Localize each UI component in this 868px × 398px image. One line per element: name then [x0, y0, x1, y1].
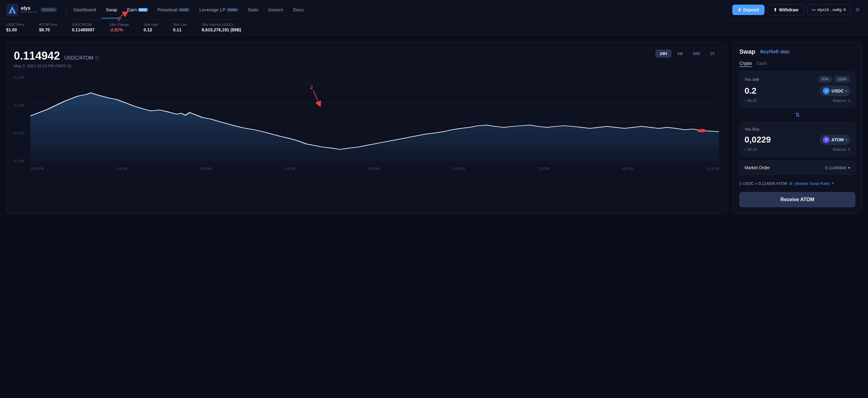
- elys-logo: [6, 4, 19, 16]
- perpetual-soon-badge: Soon: [179, 8, 190, 12]
- chart-info-icon[interactable]: ⓘ: [95, 56, 99, 61]
- logout-icon: ⎋: [856, 6, 859, 12]
- buy-label: You Buy: [745, 127, 759, 131]
- header: elys NETWORK TESTNET Dashboard Swap Earn…: [0, 0, 868, 20]
- market-order-chevron[interactable]: ▾: [848, 165, 850, 170]
- ticker-24hr-low-value: 0.11: [173, 27, 187, 32]
- buy-token-name: ATOM: [832, 137, 844, 142]
- chart-price: 0.114942: [14, 50, 60, 62]
- chart-area: 0.1209 0.1166 0.1141 0.1116: [14, 73, 719, 178]
- withdraw-label: Withdraw: [779, 7, 798, 12]
- testnet-badge: TESTNET: [41, 8, 57, 12]
- atom-token-icon: ⚛: [823, 136, 830, 143]
- buysell-label: Buy/Sell: [760, 49, 778, 54]
- chart-x-3: 6:15 AM: [284, 167, 296, 171]
- sell-100pct-button[interactable]: 100%: [834, 76, 850, 83]
- chart-x-7: 4:51 PM: [622, 167, 633, 171]
- ticker-usdc-atom-label: USDC/ATOM: [72, 23, 95, 26]
- swap-switch[interactable]: ⇅: [739, 112, 856, 118]
- buysell-soon-badge: Soon: [780, 50, 790, 54]
- buy-box: You Buy 0,0229 ⚛ ATOM ▾ ≈ $0.19 Balance:…: [739, 122, 856, 156]
- buy-balance-value: 0: [848, 147, 850, 152]
- subtab-crypto[interactable]: Crypto: [739, 61, 752, 67]
- main-content: 0.114942 USDC/ATOM ⓘ May 2, 2024 10:13 P…: [0, 36, 868, 220]
- timeframe-30d[interactable]: 30D: [688, 50, 704, 58]
- ticker-24hr-change-label: 24hr Change: [110, 23, 129, 26]
- chart-y-label-3: 0.1141: [14, 131, 29, 135]
- market-order-row: Market Order 0.11486848 ▾: [739, 161, 856, 175]
- chart-x-labels: 10:15 PM 1:01 AM 3:35 AM 6:15 AM 8:50 AM…: [14, 167, 719, 171]
- deposit-label: Deposit: [743, 7, 759, 12]
- nav-item-stats[interactable]: Stats: [244, 5, 262, 15]
- swap-tab-buysell[interactable]: Buy/Sell Soon: [760, 49, 790, 55]
- chart-x-4: 8:50 AM: [368, 167, 379, 171]
- sell-usd-value: ≈ $0.20: [745, 99, 757, 103]
- wallet-button[interactable]: ▭ elys16...vw8g ⧉: [807, 4, 850, 15]
- ticker-24hr-high-value: 0.12: [144, 27, 158, 32]
- ticker-atom-price: ATOM Price $8.70: [39, 23, 57, 32]
- subtab-cash[interactable]: Cash: [757, 61, 767, 67]
- chart-x-1: 1:01 AM: [116, 167, 127, 171]
- nav-item-perpetual[interactable]: Perpetual Soon: [153, 5, 194, 15]
- sell-token-selector[interactable]: $ USDC ▾: [820, 86, 850, 96]
- chart-panel: 0.114942 USDC/ATOM ⓘ May 2, 2024 10:13 P…: [6, 42, 727, 214]
- wallet-icon: ▭: [812, 7, 815, 12]
- swap-tabs-top: Buy/Sell Soon: [760, 49, 790, 55]
- ticker-24hr-low-label: 24hr Low: [173, 23, 187, 26]
- swap-title: Swap: [739, 48, 755, 55]
- chart-x-6: 2:15 PM: [537, 167, 549, 171]
- rate-text: 1 USDC = 0.114856 ATOM: [739, 181, 787, 186]
- ticker-atom-price-label: ATOM Price: [39, 23, 57, 26]
- main-nav: Dashboard Swap Earn New Perpetual Soon L…: [69, 5, 732, 15]
- ticker-atom-price-value: $8.70: [39, 27, 57, 32]
- ticker-24hr-low: 24hr Low 0.11: [173, 23, 187, 32]
- swap-subtabs: Crypto Cash: [739, 61, 856, 67]
- chart-x-5: 11:35 AM: [452, 167, 465, 171]
- ticker-24hr-high: 24hr High 0.12: [144, 23, 158, 32]
- logout-button[interactable]: ⎋: [854, 4, 862, 16]
- chart-y-label-2: 0.1166: [14, 103, 29, 107]
- rate-market-label[interactable]: (Market Swap Rate): [795, 181, 830, 186]
- logo-area: elys NETWORK TESTNET: [6, 4, 57, 16]
- chart-x-2: 3:35 AM: [200, 167, 212, 171]
- logo-subtext: NETWORK: [21, 11, 38, 14]
- chart-y-label-4: 0.1116: [14, 159, 29, 163]
- timeframe-24h[interactable]: 24H: [655, 50, 672, 58]
- swap-switch-icon[interactable]: ⇅: [795, 112, 800, 118]
- ticker-24hr-volume-label: 24hr Volume (USDC): [202, 23, 241, 26]
- market-order-label: Market Order: [745, 165, 770, 170]
- nav-item-leverage-lp[interactable]: Leverage LP Soon: [195, 5, 242, 15]
- timeframe-1w[interactable]: 1W: [673, 50, 687, 58]
- buy-usd-value: ≈ $0.19: [745, 147, 757, 152]
- sell-balance-label: Balance:: [833, 99, 847, 103]
- nav-item-swap[interactable]: Swap: [101, 5, 122, 15]
- timeframe-1y[interactable]: 1Y: [706, 50, 719, 58]
- copy-icon: ⧉: [843, 8, 846, 12]
- swap-header: Swap Buy/Sell Soon: [739, 48, 856, 55]
- ticker-usdc-atom-value: 0.11485697: [72, 27, 95, 32]
- nav-item-dashboard[interactable]: Dashboard: [69, 5, 100, 15]
- rate-expand-icon[interactable]: ▾: [832, 181, 834, 185]
- ticker-24hr-change-value: -2.61%: [110, 27, 129, 32]
- buy-balance: Balance: 0: [833, 147, 850, 152]
- receive-button[interactable]: Receive ATOM: [739, 192, 856, 207]
- sell-amount: 0.2: [745, 86, 756, 96]
- nav-item-docs[interactable]: Docs: [289, 5, 308, 15]
- ticker-bar: USDC Price $1.00 ATOM Price $8.70 USDC/A…: [0, 20, 868, 36]
- nav-item-govern[interactable]: Govern: [264, 5, 287, 15]
- wallet-address: elys16...vw8g: [817, 7, 842, 12]
- ticker-usdc-price-value: $1.00: [6, 27, 24, 32]
- nav-item-earn[interactable]: Earn New: [123, 5, 152, 15]
- buy-amount: 0,0229: [745, 135, 771, 145]
- sell-50pct-button[interactable]: 50%: [818, 76, 832, 83]
- logo-text: elys: [21, 5, 38, 11]
- deposit-icon: ⬇: [738, 7, 741, 12]
- ticker-24hr-high-label: 24hr High: [144, 23, 158, 26]
- sell-token-name: USDC: [832, 88, 844, 93]
- chart-x-8: 10:12 PM: [706, 167, 719, 171]
- nav-divider: [66, 4, 67, 16]
- sell-pct-buttons: 50% 100%: [818, 76, 850, 83]
- buy-token-selector[interactable]: ⚛ ATOM ▾: [820, 134, 850, 145]
- deposit-button[interactable]: ⬇ Deposit: [732, 5, 765, 15]
- withdraw-button[interactable]: ⬆ Withdraw: [768, 4, 804, 16]
